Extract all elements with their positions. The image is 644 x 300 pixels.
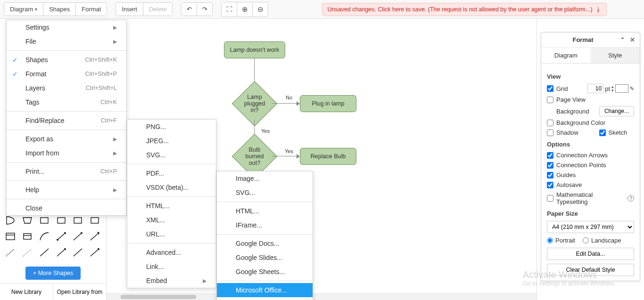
mi-tags[interactable]: TagsCtrl+K [7,95,126,109]
mi-file[interactable]: File▶ [7,34,126,49]
mi-embed-svg[interactable]: SVG... [217,186,313,200]
background-change-button[interactable]: Change... [599,106,634,116]
conn-arrows-checkbox[interactable] [547,152,553,159]
pencil-icon[interactable]: ✎ [630,86,634,92]
diagram-menu-button[interactable]: Diagram ▾ [4,3,43,16]
undo-button[interactable]: ↶ [182,3,197,16]
redo-button[interactable]: ↷ [197,3,212,16]
tab-diagram[interactable]: Diagram [541,48,591,63]
shape-arrow[interactable] [71,230,84,243]
shape-rect2[interactable] [55,214,68,227]
mi-embed-notion[interactable]: Notion... [217,297,313,300]
insert-button[interactable]: Insert [116,3,143,16]
flow-start[interactable]: Lamp doesn't work [224,41,285,58]
shape-list[interactable] [21,230,34,243]
bgcolor-checkbox[interactable] [547,120,553,126]
mi-export-embed[interactable]: Embed▶ [127,274,216,288]
flow-action-1[interactable]: Plug in lamp [300,95,356,112]
shape-window[interactable] [4,230,17,243]
shadow-checkbox[interactable] [547,130,553,136]
mi-help[interactable]: Help▶ [7,183,126,197]
shape-rect3[interactable] [71,214,84,227]
mi-export-url[interactable]: URL... [127,227,216,241]
clear-style-button[interactable]: Clear Default Style [547,264,634,276]
collapse-icon[interactable]: ⌃ [620,36,625,43]
shape-curve[interactable] [38,230,51,243]
shape-arrow-bi[interactable] [55,230,68,243]
menu-separator [127,196,216,197]
tab-style[interactable]: Style [591,48,640,63]
mi-export-xml[interactable]: XML... [127,213,216,227]
mi-embed-image[interactable]: Image... [217,171,313,186]
mi-export[interactable]: Export as▶ [7,132,126,146]
mi-shapes[interactable]: ✓ShapesCtrl+Shift+K [7,53,126,67]
flow-decision-1[interactable]: Lamp plugged in? [232,81,277,126]
mi-embed-html[interactable]: HTML... [217,204,313,218]
delete-button[interactable]: Delete [143,3,173,16]
mi-embed-gsheets[interactable]: Google Sheets... [217,265,313,279]
portrait-radio[interactable] [547,237,553,243]
info-icon[interactable]: ? [627,195,634,202]
mi-settings[interactable]: Settings▶ [7,20,126,34]
shape-trap[interactable] [21,214,34,227]
shapes-menu-button[interactable]: Shapes [43,3,75,16]
mi-embed-gdocs[interactable]: Google Docs... [217,236,313,251]
check-icon: ✓ [12,56,18,64]
mi-export-pdf[interactable]: PDF... [127,166,216,180]
edit-data-button[interactable]: Edit Data... [547,248,634,260]
mi-embed-msoffice[interactable]: Microsoft Office... [217,283,313,297]
mi-export-advanced[interactable]: Advanced... [127,245,216,259]
mi-export-jpeg[interactable]: JPEG... [127,134,216,148]
mi-export-svg[interactable]: SVG... [127,148,216,162]
shape-rect[interactable] [38,214,51,227]
grid-size-input[interactable] [587,84,603,93]
conn-points-checkbox[interactable] [547,162,553,169]
shape-line2[interactable] [71,246,84,259]
shape-line-dash[interactable] [4,246,17,259]
mi-close[interactable]: Close [7,201,126,215]
paper-size-select[interactable]: A4 (210 mm x 297 mm) [547,221,634,233]
shortcut: Ctrl+Shift+K [85,57,117,63]
landscape-radio[interactable] [583,237,589,243]
unsaved-warning[interactable]: Unsaved changes. Click here to save. (Th… [322,3,606,16]
shape-halfcircle[interactable] [4,214,17,227]
mi-export-vsdx[interactable]: VSDX (beta)... [127,180,216,195]
mi-find[interactable]: Find/ReplaceCtrl+F [7,114,126,128]
mi-import[interactable]: Import from▶ [7,146,126,160]
mi-embed-gslides[interactable]: Google Slides... [217,251,313,265]
mi-export-html[interactable]: HTML... [127,199,216,213]
autosave-checkbox[interactable] [547,182,553,188]
shape-line-dot[interactable] [21,246,34,259]
shape-arrow2[interactable] [55,246,68,259]
more-shapes-row: + More Shapes [0,263,106,284]
close-icon[interactable]: ✕ [630,36,635,43]
canvas-horizontal-scrollbar[interactable] [107,293,537,300]
stepper-icon[interactable]: ▴▾ [611,85,614,92]
mi-export-png[interactable]: PNG... [127,120,216,134]
zoomout-button[interactable]: ⊖ [253,2,268,16]
mi-format[interactable]: ✓FormatCtrl+Shift+P [7,67,126,81]
mi-export-link[interactable]: Link... [127,259,216,274]
grid-checkbox[interactable] [547,85,553,92]
fit-button[interactable]: ⛶ [222,2,237,16]
sketch-checkbox[interactable] [599,130,606,136]
format-menu-button[interactable]: Format [76,3,107,16]
grid-color-swatch[interactable] [615,84,628,93]
zoomin-button[interactable]: ⊕ [237,2,252,16]
more-shapes-button[interactable]: + More Shapes [25,267,81,280]
open-library-button[interactable]: Open Library from [53,284,106,300]
mi-embed-iframe[interactable]: IFrame... [217,218,313,232]
math-checkbox[interactable] [547,195,553,202]
shape-line[interactable] [38,246,51,259]
mi-print[interactable]: Print...Ctrl+P [7,164,126,178]
scrollbar-thumb[interactable] [121,295,196,299]
shape-arrow3[interactable] [88,246,101,259]
menu-group-main: Diagram ▾ Shapes Format [4,2,107,16]
pageview-checkbox[interactable] [547,97,553,103]
new-library-button[interactable]: New Library [0,284,53,300]
mi-layers[interactable]: LayersCtrl+Shift+L [7,81,126,95]
shape-rect4[interactable] [88,214,101,227]
guides-checkbox[interactable] [547,172,553,178]
flow-action-2[interactable]: Replace Bulb [300,148,356,165]
shape-arrow-open[interactable] [88,230,101,243]
